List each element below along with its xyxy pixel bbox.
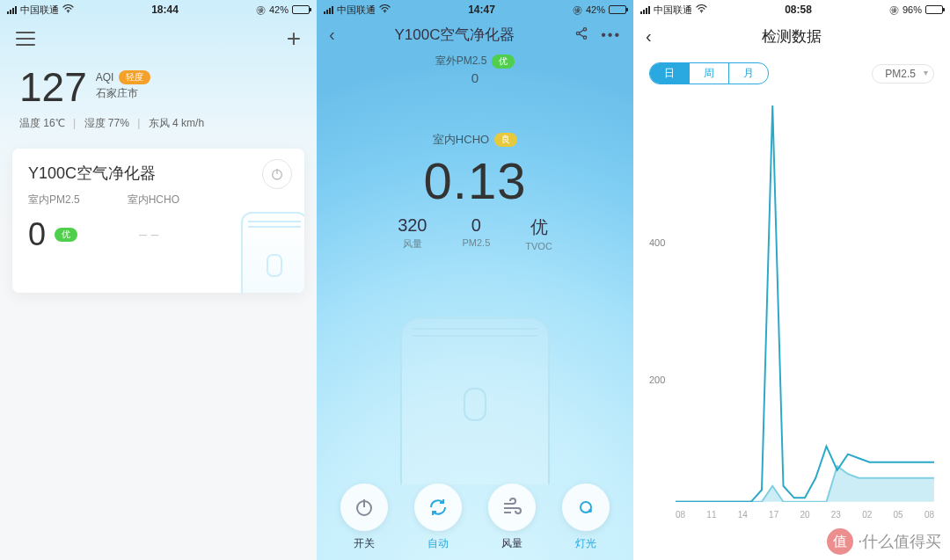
clock: 08:58	[785, 4, 812, 16]
outdoor-label: 室外PM2.5	[435, 54, 487, 69]
seg-day[interactable]: 日	[650, 63, 689, 84]
back-icon[interactable]: ‹	[646, 26, 652, 47]
screen-home: 中国联通 18:44 ㊝ 42% + 127 AQI 轻度 石家庄市	[0, 0, 317, 560]
metric-dropdown[interactable]: PM2.5	[872, 64, 934, 84]
status-bar: 中国联通 18:44 ㊝ 42%	[0, 0, 317, 18]
control-power[interactable]: 开关	[340, 484, 388, 551]
power-button[interactable]	[262, 159, 292, 189]
signal-icon	[7, 6, 17, 14]
chart-lines	[676, 105, 934, 502]
device-card[interactable]: Y100C空气净化器 室内PM2.5 室内HCHO 0 优 – –	[12, 149, 304, 293]
aqi-badge: 轻度	[119, 70, 150, 84]
svg-point-13	[701, 11, 703, 13]
control-auto[interactable]: 自动	[414, 484, 462, 551]
carrier-label: 中国联通	[337, 4, 376, 17]
x-axis: 08 11 14 17 20 23 02 05 08	[676, 510, 934, 520]
share-icon[interactable]	[574, 26, 588, 44]
signal-icon	[324, 6, 333, 14]
svg-point-12	[588, 509, 592, 513]
svg-point-3	[384, 11, 386, 13]
more-icon[interactable]: •••	[601, 27, 621, 43]
status-bar: 中国联通 14:47 ㊝ 42%	[317, 0, 633, 18]
carrier-label: 中国联通	[654, 4, 692, 17]
stat-tvoc: 优TVOC	[525, 215, 552, 251]
city-label: 石家庄市	[96, 86, 151, 101]
battery-pct: 42%	[269, 4, 289, 15]
aqi-label: AQI	[96, 71, 114, 84]
stat-fan: 320风量	[398, 215, 427, 251]
pm25-badge: 优	[55, 228, 77, 242]
indoor-block: 室内HCHO 良 0.13 320风量 0PM2.5 优TVOC	[317, 131, 633, 251]
weather-meta: 温度 16℃ | 湿度 77% | 东风 4 km/h	[0, 113, 317, 143]
pm25-label: 室内PM2.5	[28, 193, 80, 207]
y-tick-200: 200	[649, 375, 665, 385]
indoor-badge: 良	[494, 133, 517, 147]
nav-bar: ‹ 检测数据	[633, 18, 950, 55]
control-fan[interactable]: 风量	[488, 484, 536, 551]
alarm-icon: ㊝	[256, 4, 266, 17]
svg-line-8	[580, 33, 584, 36]
alarm-icon: ㊝	[573, 4, 582, 17]
aqi-value: 127	[19, 67, 87, 107]
menu-icon[interactable]	[16, 27, 35, 50]
seg-week[interactable]: 周	[689, 63, 728, 84]
watermark-badge: 值	[827, 528, 853, 555]
hcho-value: – –	[139, 227, 158, 243]
device-title: Y100C空气净化器	[28, 163, 289, 184]
watermark: 值 ·什么值得买	[827, 528, 942, 555]
hcho-label: 室内HCHO	[128, 193, 179, 207]
control-light[interactable]: 灯光	[562, 484, 610, 551]
clock: 18:44	[151, 4, 179, 16]
status-bar: 中国联通 08:58 ㊝ 96%	[633, 0, 950, 18]
battery-icon	[292, 5, 310, 14]
screen-device-detail: 中国联通 14:47 ㊝ 42% ‹ Y100C空气净化器 ••• 室外PM2.…	[317, 0, 633, 560]
pm25-value: 0	[28, 216, 46, 253]
back-icon[interactable]: ‹	[329, 25, 335, 45]
svg-point-0	[68, 11, 69, 13]
battery-icon	[925, 5, 943, 14]
alarm-icon: ㊝	[889, 4, 899, 17]
carrier-label: 中国联通	[20, 4, 59, 17]
stat-pm25: 0PM2.5	[463, 215, 491, 251]
aqi-block: 127 AQI 轻度 石家庄市	[0, 55, 317, 113]
screen-data-chart: 中国联通 08:58 ㊝ 96% ‹ 检测数据 日 周 月 PM2.5 200 …	[633, 0, 950, 560]
add-icon[interactable]: +	[287, 26, 301, 51]
battery-pct: 42%	[586, 4, 605, 15]
seg-month[interactable]: 月	[728, 63, 768, 84]
indoor-value: 0.13	[317, 151, 633, 210]
signal-icon	[640, 6, 650, 14]
clock: 14:47	[468, 4, 495, 16]
outdoor-block: 室外PM2.5 优 0	[317, 54, 633, 85]
nav-bar: ‹ Y100C空气净化器 •••	[317, 18, 633, 47]
chart: 200 400 08 11 14 17 20 23 02 05 08	[649, 105, 934, 534]
wifi-icon	[696, 4, 707, 15]
battery-icon	[609, 5, 626, 14]
page-title: Y100C空气净化器	[394, 25, 515, 45]
page-title: 检测数据	[762, 26, 822, 47]
time-segment[interactable]: 日 周 月	[649, 62, 769, 84]
filter-row: 日 周 月 PM2.5	[633, 55, 950, 88]
svg-line-7	[580, 30, 584, 33]
purifier-illustration	[400, 317, 550, 484]
y-tick-400: 400	[649, 237, 665, 248]
stats-row: 320风量 0PM2.5 优TVOC	[317, 215, 633, 251]
indoor-label: 室内HCHO	[433, 132, 489, 148]
watermark-text: ·什么值得买	[859, 531, 942, 552]
controls-row: 开关 自动 风量 灯光	[317, 484, 633, 551]
purifier-illustration	[241, 212, 304, 293]
nav-bar: +	[0, 18, 317, 55]
outdoor-badge: 优	[492, 55, 515, 69]
wifi-icon	[62, 4, 74, 15]
wifi-icon	[379, 4, 391, 15]
battery-pct: 96%	[902, 4, 922, 15]
outdoor-value: 0	[317, 70, 633, 85]
